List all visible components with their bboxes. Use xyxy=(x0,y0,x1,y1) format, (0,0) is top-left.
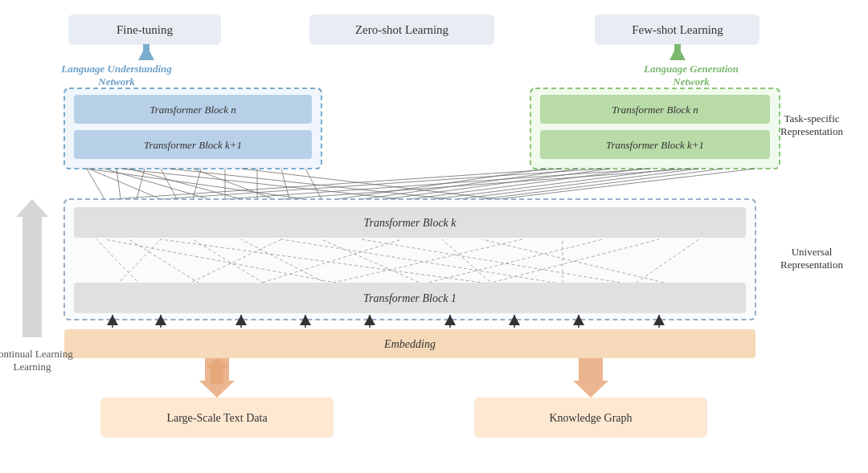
left-orange-arrow xyxy=(199,358,235,398)
language-understanding-label2: Network xyxy=(97,75,135,88)
gray-block-k-label: Transformer Block k xyxy=(363,217,457,229)
connection-lines-left xyxy=(87,169,755,199)
gray-block-1-label: Transformer Block 1 xyxy=(363,292,457,304)
continual-learning-label: Continual Learning xyxy=(0,348,73,360)
svg-line-2 xyxy=(87,169,104,199)
svg-rect-0 xyxy=(143,44,149,60)
knowledge-graph-label: Knowledge Graph xyxy=(549,412,632,424)
green-block-n-label: Transformer Block n xyxy=(612,104,698,116)
svg-line-22 xyxy=(482,169,723,199)
task-specific-label2: Representation xyxy=(780,125,843,137)
zero-shot-label: Zero-shot Learning xyxy=(355,23,449,36)
svg-line-19 xyxy=(410,169,643,199)
blue-block-n-label: Transformer Block n xyxy=(149,104,236,116)
language-generation-label2: Network xyxy=(672,75,710,88)
green-block-k1-label: Transformer Block k+1 xyxy=(606,139,704,151)
svg-line-26 xyxy=(225,169,651,199)
language-understanding-label: Language Understanding xyxy=(60,63,172,75)
blue-block-k1-label: Transformer Block k+1 xyxy=(144,139,242,151)
language-generation-label: Language Generation xyxy=(643,63,739,75)
svg-rect-1 xyxy=(674,44,681,60)
text-data-label: Large-Scale Text Data xyxy=(166,412,268,424)
fine-tuning-label: Fine-tuning xyxy=(117,23,173,36)
svg-line-5 xyxy=(88,169,161,199)
continual-learning-label2: Learning xyxy=(14,361,51,373)
continual-learning-arrow xyxy=(16,199,48,337)
svg-line-14 xyxy=(87,169,305,199)
few-shot-label: Few-shot Learning xyxy=(632,23,723,36)
main-diagram: Fine-tuning Zero-shot Learning Few-shot … xyxy=(0,0,868,473)
svg-line-27 xyxy=(281,169,691,199)
universal-label2: Representation xyxy=(780,259,843,271)
svg-line-4 xyxy=(137,169,145,199)
right-orange-arrow xyxy=(573,358,608,398)
universal-label: Universal xyxy=(792,246,833,258)
embedding-label: Embedding xyxy=(383,338,436,350)
svg-line-29 xyxy=(169,169,450,199)
task-specific-label: Task-specific xyxy=(784,112,839,124)
